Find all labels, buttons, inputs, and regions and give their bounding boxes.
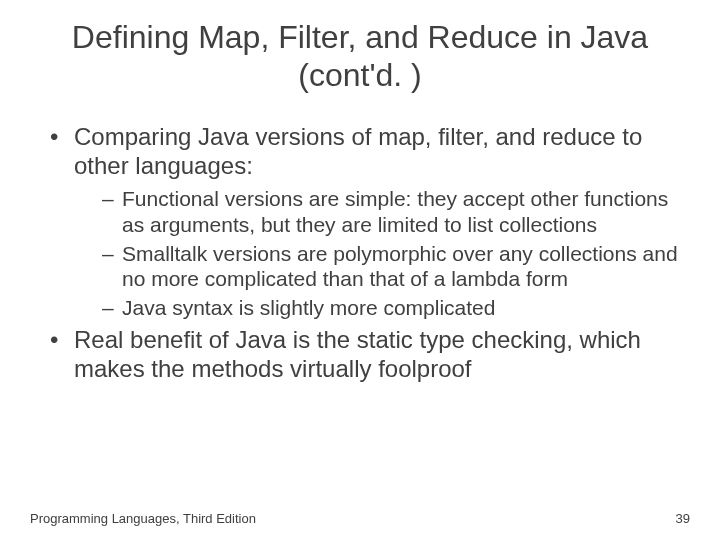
bullet-text: Real benefit of Java is the static type … bbox=[74, 326, 641, 382]
bullet-text: Comparing Java versions of map, filter, … bbox=[74, 123, 642, 179]
footer-right: 39 bbox=[676, 511, 690, 526]
slide: Defining Map, Filter, and Reduce in Java… bbox=[0, 0, 720, 384]
sub-bullet-list: Functional versions are simple: they acc… bbox=[74, 186, 690, 320]
bullet-list: Comparing Java versions of map, filter, … bbox=[30, 123, 690, 384]
sub-bullet-item: Smalltalk versions are polymorphic over … bbox=[102, 241, 690, 291]
footer-left: Programming Languages, Third Edition bbox=[30, 511, 256, 526]
bullet-item: Real benefit of Java is the static type … bbox=[50, 326, 690, 384]
bullet-item: Comparing Java versions of map, filter, … bbox=[50, 123, 690, 321]
sub-bullet-item: Functional versions are simple: they acc… bbox=[102, 186, 690, 236]
sub-bullet-item: Java syntax is slightly more complicated bbox=[102, 295, 690, 320]
slide-footer: Programming Languages, Third Edition 39 bbox=[30, 511, 690, 526]
slide-title: Defining Map, Filter, and Reduce in Java… bbox=[30, 18, 690, 95]
